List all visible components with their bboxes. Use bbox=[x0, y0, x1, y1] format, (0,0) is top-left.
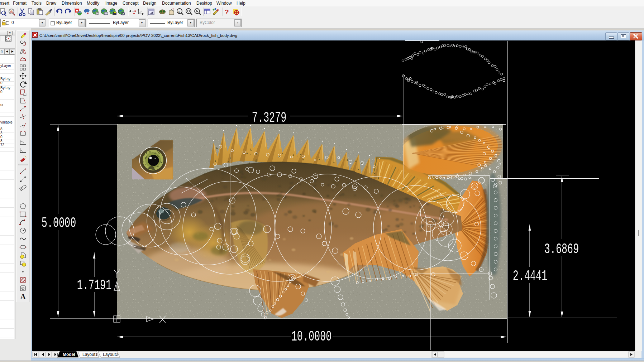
svg-text:±: ± bbox=[178, 10, 180, 13]
svg-text:ab: ab bbox=[10, 10, 14, 13]
svg-text:3.6869: 3.6869 bbox=[544, 241, 579, 257]
svg-text:Layout2: Layout2 bbox=[103, 352, 118, 357]
svg-text:5.0000: 5.0000 bbox=[42, 215, 76, 231]
svg-text:A: A bbox=[20, 293, 26, 300]
svg-text:7.3279: 7.3279 bbox=[252, 110, 287, 126]
svg-text:2.4441: 2.4441 bbox=[513, 268, 548, 284]
svg-text:Model: Model bbox=[63, 352, 75, 357]
svg-text:1.7191: 1.7191 bbox=[77, 277, 112, 294]
svg-text:10.0000: 10.0000 bbox=[291, 328, 332, 345]
svg-text:?: ? bbox=[225, 8, 229, 16]
svg-text:Layout1: Layout1 bbox=[82, 352, 98, 357]
